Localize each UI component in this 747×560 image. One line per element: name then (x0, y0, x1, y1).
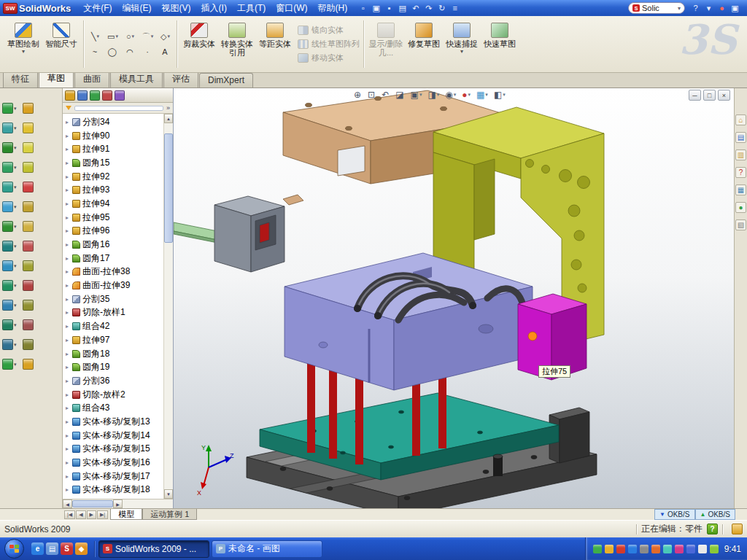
tree-item[interactable]: ▸ 切除-放样1 (64, 306, 163, 320)
expand-arrow-icon[interactable]: ▸ (64, 378, 70, 384)
left-tool-button[interactable]: ▾ (2, 315, 23, 335)
menu-item[interactable]: 帮助(H) (313, 0, 353, 17)
last-tab-button[interactable]: ▶| (97, 510, 108, 519)
tree-item[interactable]: ▸ 曲面-拉伸38 (64, 265, 163, 279)
menu-item[interactable]: 文件(F) (78, 0, 117, 17)
left-tool-button[interactable] (23, 295, 43, 315)
tree-item[interactable]: ▸ 实体-移动/复制16 (64, 456, 163, 470)
expand-arrow-icon[interactable]: ▸ (64, 392, 70, 398)
expand-arrow-icon[interactable]: ▸ (64, 364, 70, 370)
left-tool-button[interactable]: ▾ (2, 217, 23, 236)
tree-item[interactable]: ▸ 拉伸92 (64, 170, 163, 184)
linear-sketch-pattern-button[interactable]: 线性草图阵列 (298, 39, 360, 50)
search-icon[interactable]: ? (735, 167, 746, 178)
left-tool-button[interactable]: ▾ (2, 276, 23, 295)
expand-arrow-icon[interactable]: ▸ (64, 432, 70, 439)
left-tool-button[interactable] (23, 98, 43, 118)
left-tool-button[interactable] (23, 217, 43, 236)
media-player-icon[interactable]: ◆ (75, 542, 88, 555)
print-icon[interactable]: ▤ (396, 2, 409, 14)
left-tool-button[interactable] (23, 276, 43, 295)
show-desktop-icon[interactable]: ▤ (46, 542, 58, 555)
tree-item[interactable]: ▸ 分割35 (64, 292, 163, 306)
dimxpert-manager-tab[interactable] (102, 90, 112, 101)
next-tab-button[interactable]: ▶ (87, 510, 96, 519)
tree-item[interactable]: ▸ 拉伸94 (64, 197, 163, 211)
expand-arrow-icon[interactable]: ▸ (64, 255, 70, 262)
solidworks-launcher-icon[interactable]: S (61, 542, 73, 555)
part-stop-pin[interactable] (493, 454, 503, 476)
tree-item[interactable]: ▸ 实体-移动/复制15 (64, 443, 163, 456)
left-tool-button[interactable] (23, 256, 43, 276)
left-tool-button[interactable] (23, 158, 43, 177)
left-tool-button[interactable]: ▾ (2, 98, 23, 118)
record-macro-icon[interactable]: ● (716, 2, 728, 14)
tree-item[interactable]: ▸ 组合43 (64, 401, 163, 415)
left-tool-button[interactable] (23, 177, 43, 197)
appearances-icon[interactable]: ● (735, 202, 746, 213)
tree-vertical-scrollbar[interactable]: ▲ ▼ (163, 114, 173, 499)
rectangle-tool[interactable]: ▭▾ (104, 29, 121, 44)
polygon-tool[interactable]: ◇▾ (157, 29, 174, 44)
sketch-button[interactable]: 草图绘制 ▾ (4, 19, 42, 54)
expand-arrow-icon[interactable]: ▸ (64, 133, 70, 139)
tree-item[interactable]: ▸ 实体-移动/复制18 (64, 483, 163, 497)
section-view-icon[interactable]: ◪ (393, 89, 406, 101)
tree-item[interactable]: ▸ 圆角16 (64, 238, 163, 252)
internet-explorer-icon[interactable]: e (31, 542, 44, 555)
left-tool-button[interactable] (23, 354, 43, 374)
redo-icon[interactable]: ↷ (422, 2, 435, 14)
quick-snaps-button[interactable]: 快速捕捉 ▾ (443, 19, 481, 54)
command-tab[interactable]: 模具工具 (110, 71, 163, 88)
trim-entities-button[interactable]: 剪裁实体 (180, 19, 218, 50)
tree-item[interactable]: ▸ 拉伸93 (64, 183, 163, 197)
tray-icon[interactable] (663, 545, 672, 553)
expand-arrow-icon[interactable]: ▸ (64, 459, 70, 466)
expand-arrow-icon[interactable]: ▸ (64, 419, 70, 425)
left-tool-button[interactable]: ▾ (2, 138, 23, 158)
menu-item[interactable]: 插入(I) (196, 0, 232, 17)
spline-tool[interactable]: ~ (87, 44, 104, 59)
tree-item[interactable]: ▸ 拉伸96 (64, 225, 163, 238)
custom-properties-icon[interactable]: ▧ (735, 219, 746, 230)
display-delete-relations-button[interactable]: 显示/删除几... (367, 19, 405, 58)
undo-icon[interactable]: ↶ (409, 2, 422, 14)
part-mold-body[interactable] (285, 253, 551, 390)
ellipse-tool[interactable]: ◯ (104, 44, 121, 59)
scrollbar-thumb[interactable] (72, 500, 113, 508)
document-tab[interactable]: 运动算例 1 (142, 509, 197, 520)
left-tool-button[interactable]: ▾ (2, 118, 23, 138)
tree-item[interactable]: ▸ 实体-移动/复制13 (64, 415, 163, 429)
previous-view-icon[interactable]: ↶ (379, 89, 392, 101)
repair-sketch-button[interactable]: 修复草图 (405, 19, 443, 50)
rebuild-icon[interactable]: ↻ (436, 2, 448, 14)
new-file-icon[interactable]: ▫ (357, 2, 369, 14)
tray-icon[interactable] (698, 545, 707, 553)
part-slider[interactable] (174, 195, 303, 272)
expand-arrow-icon[interactable]: ▸ (64, 296, 70, 303)
tray-icon[interactable] (686, 545, 695, 553)
open-file-icon[interactable]: ▣ (370, 2, 382, 14)
scroll-up-icon[interactable]: ▲ (164, 114, 173, 123)
left-tool-button[interactable] (23, 118, 43, 138)
move-entities-button[interactable]: 移动实体 (298, 52, 360, 63)
tree-item[interactable]: ▸ 圆角15 (64, 156, 163, 170)
file-explorer-icon[interactable]: ▥ (735, 149, 746, 160)
property-manager-tab[interactable] (77, 90, 88, 101)
expand-arrow-icon[interactable]: ▸ (64, 214, 70, 221)
tree-item[interactable]: ▸ 拉伸90 (64, 129, 163, 143)
tray-icon[interactable] (593, 545, 602, 553)
offset-entities-button[interactable]: 等距实体 (256, 19, 294, 50)
edit-appearance-icon[interactable]: ●▾ (460, 89, 473, 101)
tray-icon[interactable] (675, 545, 684, 553)
left-tool-button[interactable]: ▾ (2, 197, 23, 217)
command-tab[interactable]: 特征 (3, 71, 38, 88)
tree-item[interactable]: ▸ 实体-移动/复制14 (64, 429, 163, 443)
view-palette-icon[interactable]: ▦ (735, 184, 746, 195)
configuration-manager-tab[interactable] (90, 90, 100, 101)
expand-arrow-icon[interactable]: ▸ (64, 160, 70, 166)
left-tool-button[interactable] (23, 315, 43, 335)
zoom-fit-icon[interactable]: ⊕ (352, 89, 364, 101)
help-icon[interactable]: ? (689, 2, 702, 14)
expand-arrow-icon[interactable]: ▸ (64, 187, 70, 193)
